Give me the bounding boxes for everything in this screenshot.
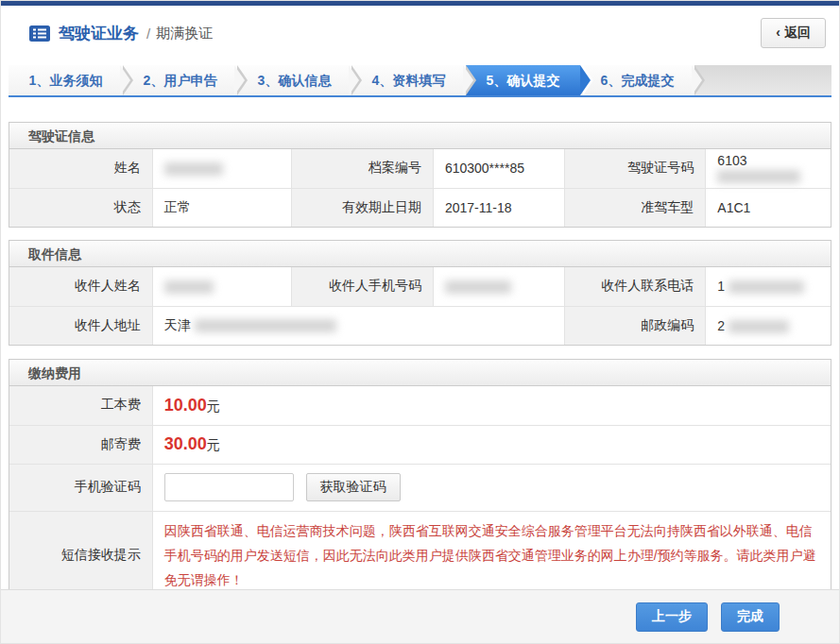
redacted-blob	[445, 280, 511, 294]
get-sms-code-button[interactable]: 获取验证码	[306, 473, 401, 501]
table-row: 收件人地址 天津 邮政编码 2	[9, 306, 831, 345]
previous-step-button[interactable]: 上一步	[636, 602, 708, 632]
production-fee-label: 工本费	[9, 386, 152, 425]
breadcrumb-current: 期满换证	[156, 25, 213, 42]
name-value	[152, 149, 292, 188]
postage-fee-value: 30.00元	[152, 425, 831, 464]
recipient-address-label: 收件人地址	[9, 306, 152, 345]
step-4-fill-materials[interactable]: 4、资料填写	[351, 65, 466, 95]
license-info-section: 驾驶证信息 姓名 档案编号 610300****85 驾驶证号码 6103 状态…	[9, 122, 831, 228]
footer-action-bar: 上一步 完成	[1, 589, 839, 643]
vehicle-class-label: 准驾车型	[564, 188, 705, 227]
sms-notice-text: 因陕西省联通、电信运营商技术问题，陕西省互联网交通安全综合服务管理平台无法向持陕…	[164, 512, 819, 599]
sms-code-label: 手机验证码	[9, 464, 152, 511]
fees-section-title: 缴纳费用	[9, 360, 831, 386]
expiry-date-value: 2017-11-18	[433, 188, 564, 227]
list-card-icon	[29, 25, 50, 42]
redacted-blob	[729, 280, 804, 294]
redacted-blob	[717, 170, 800, 183]
step-5-confirm-submit-active[interactable]: 5、确认提交	[466, 65, 580, 95]
table-row: 状态 正常 有效期止日期 2017-11-18 准驾车型 A1C1	[9, 188, 831, 227]
recipient-mobile-value	[433, 267, 564, 306]
postal-code-value: 2	[706, 306, 831, 345]
production-fee-value: 10.00元	[152, 386, 831, 425]
sms-code-input[interactable]	[164, 473, 294, 501]
table-row: 短信接收提示 因陕西省联通、电信运营商技术问题，陕西省互联网交通安全综合服务管理…	[9, 511, 831, 599]
redacted-blob	[164, 280, 214, 294]
breadcrumb-divider: /	[146, 25, 150, 42]
archive-number-value: 610300****85	[433, 149, 564, 188]
recipient-name-label: 收件人姓名	[9, 267, 152, 306]
recipient-phone-label: 收件人联系电话	[564, 267, 705, 306]
status-label: 状态	[9, 188, 152, 227]
redacted-blob	[195, 319, 336, 332]
pickup-info-section: 取件信息 收件人姓名 收件人手机号码 收件人联系电话 1 收件人地址 天津 邮政…	[9, 240, 831, 346]
license-info-table: 姓名 档案编号 610300****85 驾驶证号码 6103 状态 正常 有效…	[9, 149, 831, 227]
step-2-user-declaration[interactable]: 2、用户申告	[123, 65, 237, 95]
license-info-section-title: 驾驶证信息	[9, 123, 831, 149]
back-button-label: 返回	[784, 25, 811, 40]
table-row: 收件人姓名 收件人手机号码 收件人联系电话 1	[9, 267, 831, 306]
sms-code-cell: 获取验证码	[152, 464, 831, 511]
archive-number-label: 档案编号	[292, 149, 433, 188]
license-number-label: 驾驶证号码	[564, 149, 705, 188]
table-row: 邮寄费 30.00元	[9, 425, 831, 464]
step-3-confirm-info[interactable]: 3、确认信息	[237, 65, 351, 95]
recipient-phone-value: 1	[706, 267, 831, 306]
vehicle-class-value: A1C1	[706, 188, 831, 227]
postal-code-label: 邮政编码	[564, 306, 705, 345]
sms-notice-label: 短信接收提示	[9, 511, 152, 599]
fees-section: 缴纳费用 工本费 10.00元 邮寄费 30.00元 手机验证码 获取验证码 短…	[9, 359, 831, 600]
step-1-business-notice[interactable]: 1、业务须知	[9, 65, 123, 95]
back-chevron-icon: ‹	[776, 25, 780, 40]
pickup-info-section-title: 取件信息	[9, 241, 831, 267]
finish-button[interactable]: 完成	[721, 602, 780, 632]
page-title: 驾驶证业务	[59, 23, 139, 44]
status-value: 正常	[152, 188, 292, 227]
expiry-date-label: 有效期止日期	[292, 188, 433, 227]
step-6-complete-submit[interactable]: 6、完成提交	[580, 65, 694, 95]
recipient-mobile-label: 收件人手机号码	[292, 267, 433, 306]
fees-table: 工本费 10.00元 邮寄费 30.00元 手机验证码 获取验证码 短信接收提示…	[9, 386, 831, 599]
table-row: 工本费 10.00元	[9, 386, 831, 425]
wizard-step-bar: 1、业务须知 2、用户申告 3、确认信息 4、资料填写 5、确认提交 6、完成提…	[9, 65, 831, 97]
drivers-license-renewal-page: 驾驶证业务 / 期满换证 ‹返回 1、业务须知 2、用户申告 3、确认信息 4、…	[0, 0, 840, 644]
recipient-address-value: 天津	[152, 306, 564, 345]
postage-fee-label: 邮寄费	[9, 425, 152, 464]
table-row: 姓名 档案编号 610300****85 驾驶证号码 6103	[9, 149, 831, 188]
page-header: 驾驶证业务 / 期满换证 ‹返回	[1, 6, 839, 60]
license-number-value: 6103	[706, 149, 831, 188]
pickup-info-table: 收件人姓名 收件人手机号码 收件人联系电话 1 收件人地址 天津 邮政编码 2	[9, 267, 831, 345]
recipient-name-value	[152, 267, 292, 306]
sms-notice-cell: 因陕西省联通、电信运营商技术问题，陕西省互联网交通安全综合服务管理平台无法向持陕…	[152, 511, 831, 599]
redacted-blob	[164, 162, 223, 176]
table-row: 手机验证码 获取验证码	[9, 464, 831, 511]
redacted-blob	[729, 320, 789, 333]
back-button[interactable]: ‹返回	[761, 18, 826, 48]
name-label: 姓名	[9, 149, 152, 188]
